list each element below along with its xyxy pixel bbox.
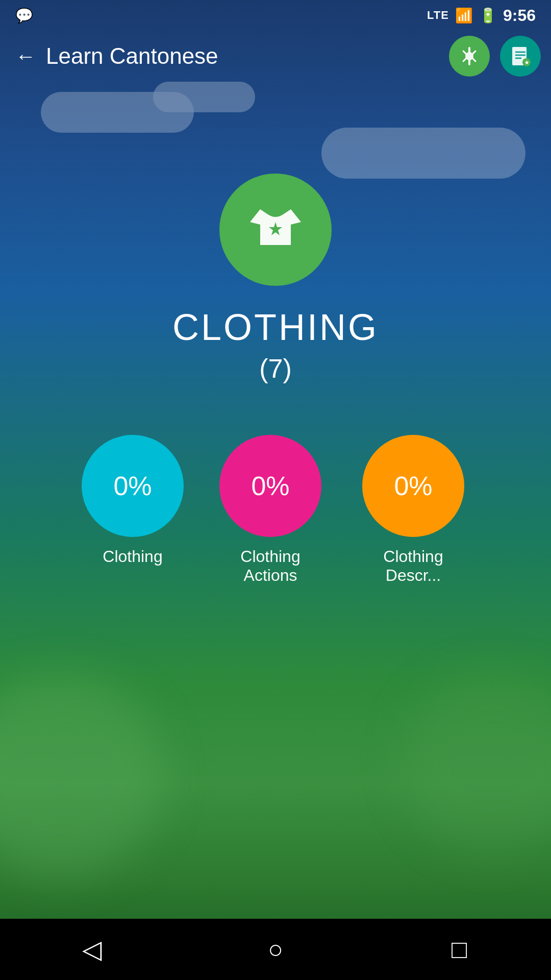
mic-button[interactable]: [449, 36, 490, 77]
certificate-button[interactable]: ★: [500, 36, 541, 77]
main-content: CLOTHING (7) 0% Clothing 0% Clothing Act…: [0, 82, 551, 919]
clothing-label: Clothing: [103, 547, 162, 566]
nav-recents-icon: □: [452, 935, 467, 964]
bottom-nav: ◁ ○ □: [0, 919, 551, 980]
nav-recents-button[interactable]: □: [429, 929, 490, 970]
svg-line-4: [472, 58, 475, 61]
status-left: 💬: [15, 7, 33, 24]
nav-back-icon: ◁: [82, 935, 102, 964]
subcategory-clothing[interactable]: 0% Clothing: [82, 435, 184, 566]
back-arrow-icon: ←: [15, 45, 36, 68]
clothing-descr-label: Clothing Descr...: [357, 547, 469, 585]
message-icon: 💬: [15, 7, 33, 24]
svg-line-5: [472, 51, 475, 54]
category-title: CLOTHING: [172, 306, 379, 348]
svg-text:★: ★: [524, 60, 530, 65]
back-button[interactable]: ←: [10, 41, 41, 71]
nav-back-button[interactable]: ◁: [61, 929, 122, 970]
category-count: (7): [259, 353, 292, 384]
shirt-icon: [245, 199, 306, 260]
clothing-percent: 0%: [113, 471, 152, 501]
subcategory-clothing-actions[interactable]: 0% Clothing Actions: [214, 435, 327, 585]
signal-icon: 📶: [455, 7, 473, 24]
clothing-circle: 0%: [82, 435, 184, 537]
subcategory-row: 0% Clothing 0% Clothing Actions 0% Cloth…: [0, 435, 551, 585]
battery-icon: 🔋: [479, 7, 497, 24]
mic-icon: [459, 46, 480, 66]
app-bar: ← Learn Cantonese ★: [0, 31, 551, 82]
status-time: 9:56: [503, 6, 536, 25]
status-bar: 💬 LTE 📶 🔋 9:56: [0, 0, 551, 31]
svg-line-6: [463, 58, 466, 61]
nav-home-button[interactable]: ○: [245, 929, 306, 970]
app-title: Learn Cantonese: [46, 43, 449, 69]
status-right: LTE 📶 🔋 9:56: [427, 6, 536, 25]
category-circle[interactable]: [219, 174, 332, 286]
toolbar-buttons: ★: [449, 36, 541, 77]
clothing-actions-percent: 0%: [251, 471, 289, 501]
clothing-actions-label: Clothing Actions: [214, 547, 327, 585]
svg-line-3: [463, 51, 466, 54]
lte-label: LTE: [427, 9, 449, 22]
certificate-icon: ★: [509, 45, 532, 67]
nav-home-icon: ○: [268, 935, 283, 964]
clothing-descr-percent: 0%: [394, 471, 432, 501]
subcategory-clothing-descr[interactable]: 0% Clothing Descr...: [357, 435, 469, 585]
clothing-descr-circle: 0%: [362, 435, 464, 537]
clothing-actions-circle: 0%: [219, 435, 321, 537]
